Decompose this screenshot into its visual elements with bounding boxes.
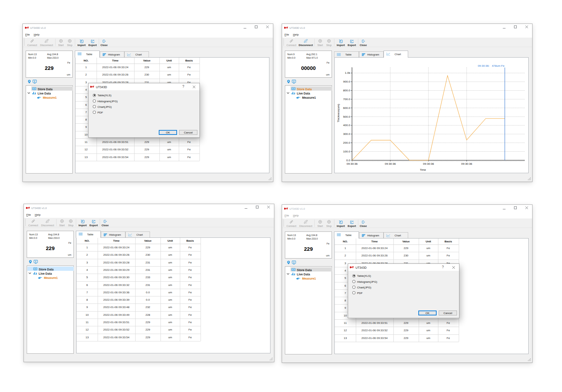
svg-text:800.0: 800.0 [343, 89, 351, 92]
svg-text:900.0: 900.0 [343, 80, 351, 83]
svg-text:09:30:36: 09:30:36 [461, 162, 472, 165]
svg-text:0.0: 0.0 [346, 159, 351, 162]
svg-text:400.0: 400.0 [343, 124, 351, 127]
svg-text:100.0: 100.0 [343, 150, 351, 153]
svg-text:500.0: 500.0 [343, 115, 351, 118]
svg-text:300.0: 300.0 [343, 132, 351, 136]
svg-text:600.0: 600.0 [343, 106, 351, 110]
svg-text:700.0: 700.0 [343, 98, 351, 101]
svg-text:200.0: 200.0 [343, 141, 351, 144]
svg-text:09:30:36: 478um Fe: 09:30:36: 478um Fe [478, 64, 505, 67]
svg-text:09:30:36: 09:30:36 [423, 162, 434, 165]
svg-text:09:30:36: 09:30:36 [347, 162, 358, 165]
svg-text:Time: Time [420, 168, 426, 171]
svg-text:1.0k: 1.0k [345, 71, 351, 74]
svg-text:09:30:36: 09:30:36 [385, 162, 396, 165]
svg-text:Thickness(um): Thickness(um) [337, 104, 340, 122]
